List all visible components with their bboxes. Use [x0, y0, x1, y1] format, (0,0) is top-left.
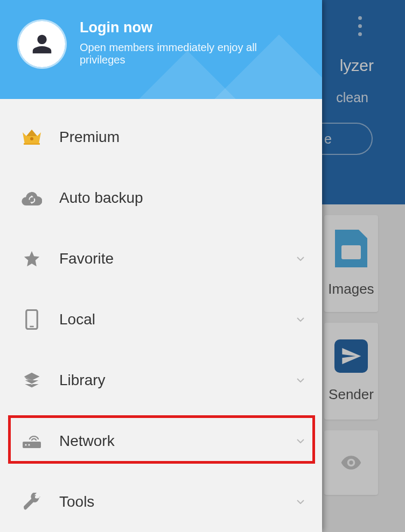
svg-point-6	[28, 444, 30, 445]
svg-point-0	[30, 137, 33, 140]
cloud-sync-icon	[20, 190, 43, 205]
router-icon	[20, 434, 43, 449]
svg-point-5	[25, 444, 26, 445]
chevron-down-icon	[295, 375, 306, 386]
wrench-icon	[20, 493, 43, 511]
svg-rect-3	[30, 325, 33, 327]
star-icon	[20, 250, 43, 268]
phone-icon	[20, 309, 43, 330]
navigation-drawer: Login now Open members immediately enjoy…	[0, 0, 322, 532]
menu-label: Premium	[59, 129, 306, 146]
crown-icon	[20, 129, 43, 145]
login-title: Login now	[80, 19, 305, 36]
menu-item-auto-backup[interactable]: Auto backup	[0, 167, 322, 228]
chevron-down-icon	[295, 496, 306, 507]
menu-label: Local	[59, 311, 295, 328]
menu-item-favorite[interactable]: Favorite	[0, 228, 322, 289]
menu-item-network[interactable]: Network	[0, 410, 322, 471]
chevron-down-icon	[295, 253, 306, 264]
login-text-block: Login now Open members immediately enjoy…	[80, 19, 305, 66]
menu-item-library[interactable]: Library	[0, 350, 322, 410]
menu-label: Favorite	[59, 250, 295, 267]
chevron-down-icon	[295, 436, 306, 446]
avatar-placeholder	[17, 19, 67, 69]
login-subtitle: Open members immediately enjoy all privi…	[80, 41, 305, 66]
drawer-header-login[interactable]: Login now Open members immediately enjoy…	[0, 0, 322, 99]
menu-label: Auto backup	[59, 189, 306, 207]
menu-label: Tools	[59, 493, 295, 510]
layers-icon	[20, 371, 43, 389]
menu-label: Network	[59, 432, 295, 450]
menu-label: Library	[59, 372, 295, 389]
menu-item-premium[interactable]: Premium	[0, 107, 322, 167]
menu-item-local[interactable]: Local	[0, 289, 322, 350]
svg-rect-1	[24, 143, 40, 145]
drawer-menu-list: Premium Auto backup Favorite	[0, 99, 322, 532]
person-icon	[30, 31, 54, 58]
menu-item-tools[interactable]: Tools	[0, 471, 322, 532]
chevron-down-icon	[295, 314, 306, 325]
